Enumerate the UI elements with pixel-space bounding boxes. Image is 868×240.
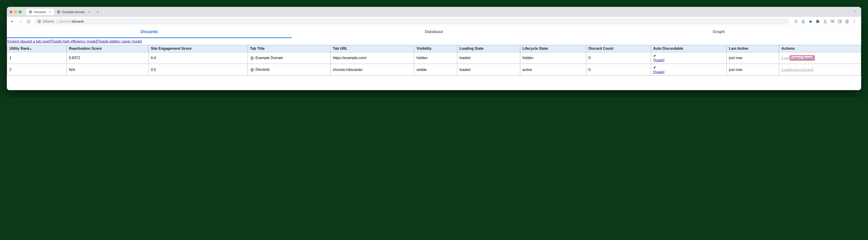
share-icon[interactable] bbox=[801, 19, 806, 24]
forward-button[interactable] bbox=[18, 19, 23, 24]
tab-close-icon[interactable]: × bbox=[50, 10, 51, 14]
cell-loading: loaded bbox=[457, 64, 520, 76]
table-row: 1 0.8372 6.4 Example Domain https://exam… bbox=[7, 52, 861, 64]
cell-actions: [Load][Urgent Discard] bbox=[779, 64, 861, 76]
cell-reactivation: N/A bbox=[67, 64, 149, 76]
link-toggle-battery[interactable]: [Toggle battery saver mode] bbox=[97, 39, 142, 43]
omnibox-url: chrome://discards bbox=[59, 20, 84, 23]
cell-discard-count: 0 bbox=[586, 52, 651, 64]
tab-title: Discards bbox=[34, 10, 46, 14]
chrome-icon bbox=[37, 20, 41, 23]
zoom-icon[interactable] bbox=[794, 19, 798, 24]
link-toggle-efficiency[interactable]: [Toggle high efficiency mode] bbox=[50, 39, 97, 43]
cell-auto-discardable: ✔ [Toggle] bbox=[651, 52, 726, 64]
page-content: Discards Database Graph [Urgent discard … bbox=[7, 26, 861, 90]
new-tab-button[interactable]: + bbox=[95, 9, 100, 15]
cell-last-active: just now bbox=[726, 52, 779, 64]
tab-database[interactable]: Database bbox=[291, 26, 576, 38]
tab-title: Example Domain bbox=[62, 10, 85, 14]
col-tab-url[interactable]: Tab URL bbox=[331, 45, 414, 52]
menu-dots-icon[interactable] bbox=[852, 19, 857, 24]
sidepanel-icon[interactable] bbox=[837, 19, 842, 24]
discards-table: Utility Rank▲ Reactivation Score Site En… bbox=[7, 45, 861, 76]
col-actions[interactable]: Actions bbox=[779, 45, 861, 52]
globe-icon bbox=[57, 10, 60, 14]
cell-rank: 1 bbox=[7, 52, 67, 64]
toggle-auto-discardable[interactable]: [Toggle] bbox=[653, 70, 664, 74]
col-last-active[interactable]: Last Active bbox=[726, 45, 779, 52]
cell-loading: loaded bbox=[457, 52, 520, 64]
tab-discards[interactable]: Discards bbox=[7, 26, 291, 38]
sort-asc-icon: ▲ bbox=[29, 48, 32, 50]
svg-point-13 bbox=[854, 22, 855, 23]
check-icon: ✔ bbox=[653, 54, 724, 58]
cell-engagement: 6.4 bbox=[148, 52, 248, 64]
tab-graph[interactable]: Graph bbox=[577, 26, 861, 38]
cell-url: https://example.com/ bbox=[331, 52, 414, 64]
browser-tab-example[interactable]: Example Domain × bbox=[54, 9, 93, 15]
svg-point-7 bbox=[832, 21, 833, 22]
cast-icon[interactable] bbox=[830, 19, 835, 24]
bookmark-star-icon[interactable] bbox=[808, 19, 813, 24]
col-utility-rank[interactable]: Utility Rank▲ bbox=[7, 45, 67, 52]
cell-auto-discardable: ✔ [Toggle] bbox=[651, 64, 726, 76]
svg-rect-8 bbox=[838, 20, 841, 23]
cell-title: Example Domain bbox=[248, 52, 330, 64]
action-urgent-discard[interactable]: [Urgent Discard] bbox=[790, 68, 813, 72]
omnibox[interactable]: Chrome | chrome://discards bbox=[34, 18, 789, 25]
page-tabs: Discards Database Graph bbox=[7, 26, 861, 38]
table-header-row: Utility Rank▲ Reactivation Score Site En… bbox=[7, 45, 861, 52]
toggle-auto-discardable[interactable]: [Toggle] bbox=[653, 58, 664, 62]
reload-button[interactable] bbox=[26, 19, 31, 24]
link-urgent-discard-now[interactable]: [Urgent discard a tab now] bbox=[7, 39, 50, 43]
titlebar: Discards × Example Domain × + bbox=[7, 7, 861, 17]
cell-url: chrome://discards/ bbox=[331, 64, 414, 76]
col-auto-discardable[interactable]: Auto Discardable bbox=[651, 45, 726, 52]
action-urgent-discard[interactable]: [Urgent Discard] bbox=[790, 56, 814, 60]
table-row: 2 N/A 0.0 Discards chrome://discards/ vi… bbox=[7, 64, 861, 76]
omnibox-divider: | bbox=[56, 20, 57, 23]
col-loading-state[interactable]: Loading State bbox=[457, 45, 520, 52]
col-discard-count[interactable]: Discard Count bbox=[586, 45, 651, 52]
globe-icon bbox=[250, 56, 254, 60]
cell-title-text: Example Domain bbox=[255, 56, 283, 60]
cell-visibility: hidden bbox=[414, 52, 457, 64]
profile-avatar[interactable] bbox=[845, 19, 849, 24]
col-reactivation-score[interactable]: Reactivation Score bbox=[67, 45, 149, 52]
cell-last-active: just now bbox=[726, 64, 779, 76]
window-fullscreen-button[interactable] bbox=[19, 10, 22, 13]
window-close-button[interactable] bbox=[9, 10, 12, 13]
cell-title-text: Discards bbox=[255, 67, 270, 71]
extensions-icon[interactable] bbox=[815, 19, 820, 24]
tab-close-icon[interactable]: × bbox=[88, 10, 90, 14]
back-button[interactable] bbox=[9, 19, 15, 24]
svg-point-2 bbox=[38, 20, 40, 23]
cell-visibility: visible bbox=[414, 64, 457, 76]
cell-actions: [Load][Urgent Discard] bbox=[779, 52, 861, 64]
browser-tabs: Discards × Example Domain × + bbox=[26, 9, 851, 15]
cell-title: Discards bbox=[248, 64, 330, 76]
cell-lifecycle: active bbox=[520, 64, 586, 76]
omnibox-scheme-label: Chrome bbox=[43, 20, 54, 23]
toolbar-icons bbox=[792, 19, 859, 24]
col-tab-title[interactable]: Tab Title bbox=[248, 45, 330, 52]
globe-icon bbox=[250, 68, 254, 72]
chevron-down-icon[interactable] bbox=[854, 10, 857, 14]
cell-rank: 2 bbox=[7, 64, 67, 76]
browser-window: Discards × Example Domain × + bbox=[7, 7, 861, 90]
svg-point-11 bbox=[854, 20, 855, 21]
cell-lifecycle: hidden bbox=[520, 52, 586, 64]
top-action-links: [Urgent discard a tab now][Toggle high e… bbox=[7, 38, 861, 45]
cell-reactivation: 0.8372 bbox=[67, 52, 149, 64]
cell-engagement: 0.0 bbox=[148, 64, 248, 76]
col-site-engagement[interactable]: Site Engagement Score bbox=[148, 45, 248, 52]
action-load[interactable]: [Load] bbox=[781, 68, 790, 72]
col-lifecycle-state[interactable]: Lifecycle State bbox=[520, 45, 586, 52]
action-load[interactable]: [Load] bbox=[781, 56, 790, 60]
labs-icon[interactable] bbox=[823, 19, 828, 24]
window-minimize-button[interactable] bbox=[14, 10, 17, 13]
browser-tab-discards[interactable]: Discards × bbox=[26, 9, 54, 15]
col-visibility[interactable]: Visibility bbox=[414, 45, 457, 52]
svg-point-4 bbox=[795, 20, 797, 23]
svg-point-3 bbox=[39, 21, 40, 22]
